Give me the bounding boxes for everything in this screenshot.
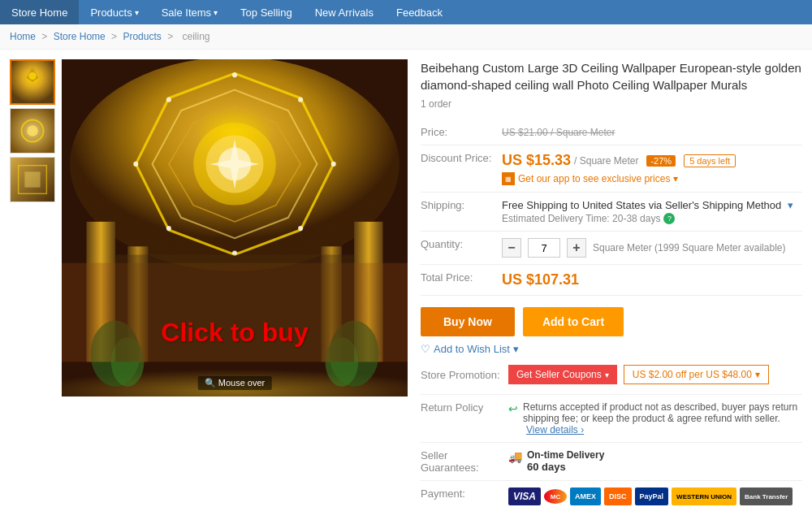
shipping-row: Shipping: Free Shipping to United States… bbox=[421, 193, 802, 232]
app-promo[interactable]: ▦ Get our app to see exclusive prices ▾ bbox=[502, 172, 802, 185]
price-row: Price: US $21.00 / Square Meter bbox=[421, 119, 802, 145]
quantity-value: − + Square Meter (1999 Square Meter avai… bbox=[502, 232, 802, 265]
discount-offer-text: US $2.00 off per US $48.00 bbox=[633, 369, 752, 380]
thumbnail-1[interactable] bbox=[10, 59, 55, 105]
total-price-row: Total Price: US $107.31 bbox=[421, 265, 802, 296]
svg-rect-9 bbox=[24, 171, 40, 187]
view-details-link[interactable]: View details › bbox=[526, 424, 584, 436]
return-policy-icon: ↩ bbox=[508, 402, 518, 415]
payment-row: Payment: VISA MC AMEX DISC PayPal WESTER… bbox=[421, 480, 802, 507]
payment-label: Payment: bbox=[421, 488, 502, 500]
discount-label: Discount Price: bbox=[421, 145, 502, 193]
paypal-logo: PayPal bbox=[635, 488, 669, 505]
total-price: US $107.31 bbox=[502, 271, 579, 288]
shipping-value: Free Shipping to United States via Selle… bbox=[502, 193, 802, 232]
western-union-logo: WESTERN UNION bbox=[672, 488, 736, 505]
quantity-row: Quantity: − + Square Meter (1999 Square … bbox=[421, 232, 802, 265]
wish-list-label: Add to Wish List bbox=[434, 343, 510, 355]
svg-point-20 bbox=[298, 98, 303, 102]
thumbnail-2[interactable] bbox=[10, 108, 55, 154]
coupons-caret: ▾ bbox=[605, 370, 609, 379]
app-promo-text: Get our app to see exclusive prices bbox=[518, 173, 670, 184]
delivery-icon: 🚚 bbox=[508, 450, 522, 463]
amex-logo: AMEX bbox=[570, 488, 601, 505]
breadcrumb-products[interactable]: Products bbox=[123, 31, 161, 42]
add-to-cart-button[interactable]: Add to Cart bbox=[523, 307, 624, 336]
mouse-over-label: 🔍 Mouse over bbox=[198, 376, 272, 390]
nav-top-selling-label: Top Selling bbox=[240, 6, 292, 19]
price-label: Price: bbox=[421, 119, 502, 145]
nav-store-home-label: Store Home bbox=[11, 6, 67, 19]
wish-list-arrow: ▾ bbox=[513, 343, 519, 355]
seller-guarantees-row: Seller Guarantees: 🚚 On-time Delivery 60… bbox=[421, 442, 802, 480]
quantity-decrease-button[interactable]: − bbox=[502, 238, 521, 258]
nav-products[interactable]: Products ▾ bbox=[79, 0, 149, 24]
quantity-input[interactable] bbox=[528, 238, 560, 258]
delivery-days: 60 days bbox=[527, 461, 604, 473]
shipping-label: Shipping: bbox=[421, 193, 502, 232]
return-policy-content: ↩ Returns accepted if product not as des… bbox=[508, 401, 802, 436]
heart-icon: ♡ bbox=[421, 343, 430, 355]
return-policy-label: Return Policy bbox=[421, 401, 502, 414]
svg-point-3 bbox=[28, 72, 36, 80]
buy-now-button[interactable]: Buy Now bbox=[421, 307, 515, 336]
promotion-controls: Get Seller Coupons ▾ US $2.00 off per US… bbox=[508, 365, 769, 384]
qr-icon: ▦ bbox=[502, 172, 515, 185]
price-unit: / Square Meter bbox=[574, 155, 638, 167]
click-to-buy-text: Click to buy bbox=[161, 318, 308, 348]
nav-store-home[interactable]: Store Home bbox=[0, 0, 79, 24]
bank-transfer-logo: Bank Transfer bbox=[740, 488, 793, 505]
discount-offer-caret: ▾ bbox=[755, 369, 760, 380]
discount-price: US $15.33 bbox=[502, 152, 571, 169]
total-value: US $107.31 bbox=[502, 265, 802, 296]
get-coupons-button[interactable]: Get Seller Coupons ▾ bbox=[508, 365, 617, 384]
breadcrumb-sep1: > bbox=[41, 31, 50, 42]
shipping-info: Free Shipping to United States via Selle… bbox=[502, 199, 802, 211]
svg-point-24 bbox=[166, 226, 171, 231]
visa-logo: VISA bbox=[508, 488, 541, 505]
delivery-guarantee: On-time Delivery 60 days bbox=[527, 449, 604, 473]
delivery-time-text: Estimated Delivery Time: 20-38 days bbox=[502, 213, 660, 224]
svg-point-6 bbox=[27, 125, 38, 136]
discover-logo: DISC bbox=[604, 488, 632, 505]
return-policy-row: Return Policy ↩ Returns accepted if prod… bbox=[421, 394, 802, 442]
product-details: Beibehang Custom Large 3D Ceiling Wallpa… bbox=[421, 59, 802, 507]
main-product-image[interactable]: Click to buy 🔍 Mouse over bbox=[62, 59, 408, 396]
breadcrumb-sep2: > bbox=[111, 31, 119, 42]
nav-sale-items-label: Sale Items bbox=[162, 6, 211, 19]
seller-guarantees-content: 🚚 On-time Delivery 60 days bbox=[508, 449, 802, 473]
payment-logos: VISA MC AMEX DISC PayPal WESTERN UNION B… bbox=[508, 488, 793, 505]
breadcrumb-home[interactable]: Home bbox=[10, 31, 36, 42]
navigation-bar: Store Home Products ▾ Sale Items ▾ Top S… bbox=[0, 0, 812, 24]
thumbnail-3[interactable] bbox=[10, 157, 55, 202]
breadcrumb-store-home[interactable]: Store Home bbox=[54, 31, 106, 42]
main-content: Click to buy 🔍 Mouse over Beibehang Cust… bbox=[0, 50, 812, 507]
nav-top-selling[interactable]: Top Selling bbox=[229, 0, 304, 24]
thumbnail-list bbox=[10, 59, 55, 507]
wish-list[interactable]: ♡ Add to Wish List ▾ bbox=[421, 343, 802, 355]
quantity-label: Quantity: bbox=[421, 232, 502, 265]
seller-guarantees-label: Seller Guarantees: bbox=[421, 449, 502, 474]
product-info-table: Price: US $21.00 / Square Meter Discount… bbox=[421, 119, 802, 296]
breadcrumb: Home > Store Home > Products > ceiling bbox=[0, 24, 812, 50]
mastercard-logo: MC bbox=[544, 489, 567, 504]
product-images: Click to buy 🔍 Mouse over bbox=[10, 59, 408, 507]
original-price: US $21.00 / Square Meter bbox=[502, 127, 615, 138]
nav-sale-items[interactable]: Sale Items ▾ bbox=[150, 0, 229, 24]
nav-new-arrivals[interactable]: New Arrivals bbox=[304, 0, 385, 24]
nav-feedback[interactable]: Feedback bbox=[385, 0, 454, 24]
discount-offer[interactable]: US $2.00 off per US $48.00 ▾ bbox=[624, 365, 769, 384]
product-title: Beibehang Custom Large 3D Ceiling Wallpa… bbox=[421, 59, 802, 93]
svg-point-19 bbox=[232, 72, 237, 77]
nav-products-arrow: ▾ bbox=[135, 8, 139, 17]
discount-row: Discount Price: US $15.33 / Square Meter… bbox=[421, 145, 802, 193]
on-time-delivery-label: On-time Delivery bbox=[527, 449, 604, 461]
nav-feedback-label: Feedback bbox=[396, 6, 443, 19]
shipping-dropdown[interactable]: ▾ bbox=[788, 199, 793, 211]
quantity-unit: Square Meter (1999 Square Meter availabl… bbox=[593, 242, 785, 254]
delivery-info-icon[interactable]: ? bbox=[663, 213, 675, 224]
svg-point-26 bbox=[166, 98, 171, 102]
quantity-increase-button[interactable]: + bbox=[567, 238, 586, 258]
discount-badge: -27% bbox=[646, 155, 676, 167]
return-policy-text: Returns accepted if product not as descr… bbox=[523, 401, 802, 436]
